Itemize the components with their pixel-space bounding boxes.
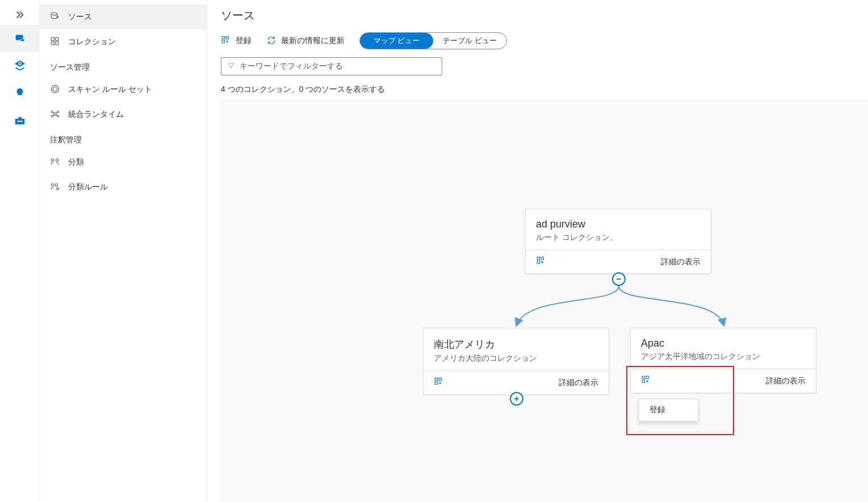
register-button[interactable]: 登録 bbox=[221, 35, 251, 47]
status-text: 4 つのコレクション、0 つのソースを表示する bbox=[207, 79, 868, 100]
svg-rect-32 bbox=[435, 378, 438, 381]
svg-point-5 bbox=[19, 63, 21, 65]
collection-node-americas[interactable]: 南北アメリカ アメリカ大陸のコレクション 詳細の表示 bbox=[423, 328, 609, 395]
node-subtitle: アジア太平洋地域のコレクション bbox=[641, 352, 806, 362]
node-subtitle: アメリカ大陸のコレクション bbox=[434, 353, 598, 364]
svg-rect-10 bbox=[51, 37, 54, 40]
svg-point-23 bbox=[51, 183, 54, 186]
svg-rect-27 bbox=[226, 36, 229, 39]
collection-node-apac[interactable]: Apac アジア太平洋地域のコレクション 詳細の表示 bbox=[630, 328, 816, 393]
svg-rect-36 bbox=[646, 376, 649, 379]
collection-node-root[interactable]: ad purview ルート コレクション。 詳細の表示 bbox=[525, 209, 711, 274]
sidebar-item-label: 統合ランタイム bbox=[68, 109, 124, 120]
svg-point-18 bbox=[57, 111, 59, 112]
sidebar-item-scan-rules[interactable]: スキャン ルール セット bbox=[40, 77, 207, 102]
toolbar: 登録 最新の情報に更新 マップ ビュー テーブル ビュー bbox=[207, 28, 868, 54]
sidebar-item-label: 分類 bbox=[68, 157, 84, 167]
svg-rect-29 bbox=[537, 257, 540, 260]
nav-rail bbox=[0, 0, 40, 502]
rail-insights-icon[interactable] bbox=[0, 79, 40, 107]
svg-point-19 bbox=[51, 115, 53, 117]
register-grid-icon[interactable] bbox=[434, 377, 444, 389]
svg-rect-8 bbox=[17, 121, 22, 122]
svg-rect-12 bbox=[51, 41, 54, 44]
target-icon bbox=[50, 84, 60, 96]
svg-rect-7 bbox=[18, 117, 22, 119]
node-title: 南北アメリカ bbox=[434, 338, 598, 351]
node-title: Apac bbox=[641, 338, 806, 349]
expand-node-button[interactable] bbox=[510, 392, 523, 406]
refresh-icon bbox=[266, 35, 276, 47]
svg-point-14 bbox=[51, 85, 59, 93]
main-content: ソース 登録 最新の情報に更新 マップ ビュー テーブル ビュー キーワードでフ… bbox=[207, 0, 868, 502]
sidebar-item-classification-rules[interactable]: 分類ルール bbox=[40, 175, 207, 200]
classification-rules-icon bbox=[50, 182, 60, 193]
view-details-link[interactable]: 詳細の表示 bbox=[766, 376, 806, 386]
filter-icon bbox=[227, 62, 235, 71]
svg-rect-34 bbox=[435, 382, 438, 385]
sidebar-item-collections[interactable]: コレクション bbox=[40, 29, 207, 54]
rail-data-catalog-icon[interactable] bbox=[0, 52, 40, 79]
sidebar: ソース コレクション ソース管理 スキャン ルール セット 統合ランタイム 注釈… bbox=[40, 0, 207, 502]
runtime-icon bbox=[50, 109, 60, 121]
sidebar-section-annotation-mgmt: 注釈管理 bbox=[40, 127, 207, 150]
svg-rect-11 bbox=[56, 37, 58, 40]
rail-management-icon[interactable] bbox=[0, 107, 40, 134]
svg-point-9 bbox=[51, 12, 57, 15]
page-title: ソース bbox=[221, 8, 854, 23]
table-view-toggle[interactable]: テーブル ビュー bbox=[433, 33, 506, 49]
svg-rect-33 bbox=[439, 378, 442, 381]
register-grid-icon bbox=[221, 35, 231, 47]
view-toggle[interactable]: マップ ビュー テーブル ビュー bbox=[359, 32, 507, 49]
sidebar-item-label: 分類ルール bbox=[68, 182, 108, 192]
register-grid-icon[interactable] bbox=[536, 256, 546, 268]
register-grid-icon[interactable] bbox=[641, 375, 651, 387]
sidebar-item-label: スキャン ルール セット bbox=[68, 85, 152, 95]
svg-point-21 bbox=[51, 158, 54, 161]
sidebar-item-integration-runtime[interactable]: 統合ランタイム bbox=[40, 102, 207, 127]
collections-icon bbox=[50, 36, 60, 48]
svg-rect-37 bbox=[642, 380, 645, 383]
collapse-node-button[interactable] bbox=[612, 272, 626, 286]
svg-point-24 bbox=[55, 183, 58, 186]
button-label: 最新の情報に更新 bbox=[281, 36, 345, 46]
svg-point-22 bbox=[56, 158, 59, 161]
classification-icon bbox=[50, 157, 60, 168]
svg-point-25 bbox=[57, 187, 59, 189]
node-subtitle: ルート コレクション。 bbox=[536, 233, 701, 243]
sidebar-section-source-mgmt: ソース管理 bbox=[40, 54, 207, 77]
svg-point-15 bbox=[53, 87, 57, 91]
svg-rect-30 bbox=[541, 257, 544, 260]
rail-data-map-icon[interactable] bbox=[0, 25, 40, 52]
svg-rect-26 bbox=[222, 36, 225, 39]
view-details-link[interactable]: 詳細の表示 bbox=[661, 257, 701, 267]
map-view-toggle[interactable]: マップ ビュー bbox=[360, 33, 433, 49]
map-canvas[interactable]: ad purview ルート コレクション。 詳細の表示 bbox=[221, 100, 868, 502]
filter-placeholder: キーワードでフィルターする bbox=[240, 61, 343, 71]
sidebar-item-label: コレクション bbox=[68, 37, 116, 47]
svg-point-17 bbox=[51, 111, 53, 112]
source-icon bbox=[50, 11, 60, 23]
svg-rect-35 bbox=[642, 376, 645, 379]
sidebar-item-classification[interactable]: 分類 bbox=[40, 150, 207, 175]
popup-label: 登録 bbox=[649, 405, 665, 414]
svg-point-20 bbox=[57, 115, 59, 117]
refresh-button[interactable]: 最新の情報に更新 bbox=[266, 35, 345, 47]
svg-rect-31 bbox=[537, 261, 540, 264]
svg-rect-13 bbox=[56, 41, 58, 44]
sidebar-item-label: ソース bbox=[68, 12, 92, 22]
filter-input[interactable]: キーワードでフィルターする bbox=[221, 57, 442, 75]
button-label: 登録 bbox=[236, 36, 251, 46]
sidebar-item-sources[interactable]: ソース bbox=[40, 5, 207, 29]
node-title: ad purview bbox=[536, 218, 701, 230]
register-popup[interactable]: 登録 bbox=[639, 399, 698, 421]
expand-rail-button[interactable] bbox=[0, 5, 40, 25]
view-details-link[interactable]: 詳細の表示 bbox=[559, 378, 598, 388]
svg-rect-28 bbox=[222, 40, 225, 43]
